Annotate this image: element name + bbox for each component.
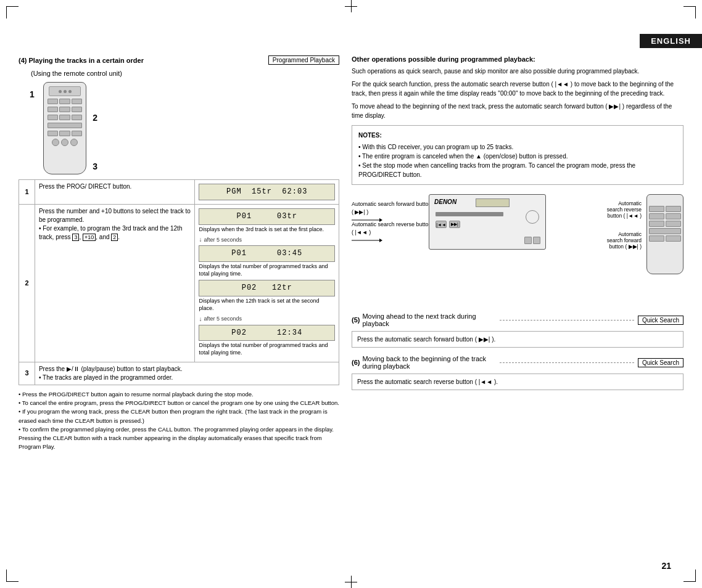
cd-display <box>476 198 510 207</box>
remote-label-1: 1 <box>30 89 35 99</box>
right-label-forward: Automaticsearch forwardbutton ( ▶▶| ) <box>607 231 642 250</box>
qs-5-title: Moving ahead to the next track during pl… <box>362 312 497 327</box>
after-label-2: ↓ after 5 seconds <box>199 315 335 324</box>
remote-right-btn <box>649 221 664 227</box>
cd-ctrl-btn: ▶▶| <box>449 221 460 228</box>
quick-search-section-6: (6) Moving back to the beginning of the … <box>352 355 683 390</box>
step-number-1: 1 <box>19 180 35 205</box>
remote-label-3: 3 <box>93 161 97 171</box>
remote-right-body <box>646 194 683 274</box>
remote-btn <box>72 99 82 104</box>
step-2-display: P01 03tr Displays when the 3rd track is … <box>195 204 339 362</box>
remote-bottom-btns <box>46 137 83 147</box>
remote-illustration-area: 1 2 3 <box>19 82 339 174</box>
lcd-2c: P02 12tr <box>199 280 335 296</box>
corner-mark-bl <box>6 570 19 582</box>
qs-5-badge: Quick Search <box>638 316 683 325</box>
crosshair-top <box>345 0 357 12</box>
right-column: Other operations possible during program… <box>352 55 683 390</box>
step-1-desc: Press the PROG/ DIRECT button. <box>35 180 195 205</box>
remote-button-grid-3 <box>46 113 83 121</box>
remote-right-grid <box>649 197 681 242</box>
remote-btn <box>47 115 58 120</box>
ops-text-2: For the quick search function, press the… <box>352 80 683 98</box>
right-diagram-area: Automaticsearch reversebutton ( |◄◄ ) Au… <box>607 194 683 274</box>
corner-mark-tl <box>6 6 19 18</box>
language-label: ENGLISH <box>651 36 691 46</box>
bottom-note-1: • Press the PROG/DIRECT button again to … <box>19 390 339 399</box>
cd-slot <box>436 212 503 216</box>
remote-circle-btn <box>52 139 59 146</box>
cd-control-buttons: |◄◄ ▶▶| <box>436 221 460 228</box>
corner-mark-tr <box>683 6 696 18</box>
qs-6-num: (6) <box>352 359 360 366</box>
remote-right-btn <box>666 206 681 212</box>
remote-circle-btn <box>61 139 68 146</box>
remote-button-grid-4 <box>46 129 83 137</box>
remote-button-grid-2 <box>46 105 83 113</box>
cd-diagram-area: Automatic search forward button ( ▶▶| ) … <box>352 191 683 305</box>
qs-6-instruction: Press the automatic search reverse butto… <box>352 374 683 390</box>
caption-2c: Displays when the 12th track is set at t… <box>199 298 335 312</box>
table-row: 3 Press the ▶/⏸ (play/pause) button to s… <box>19 362 339 385</box>
remote-right-btn-wide <box>649 228 681 234</box>
lcd-2a: P01 03tr <box>199 208 335 225</box>
page-number: 21 <box>661 561 671 571</box>
main-content: (4) Playing the tracks in a certain orde… <box>19 55 683 557</box>
remote-body <box>43 82 86 174</box>
instruction-table: 1 Press the PROG/ DIRECT button. PGM 15t… <box>19 179 339 385</box>
quick-search-section-5: (5) Moving ahead to the next track durin… <box>352 312 683 348</box>
step-number-3: 3 <box>19 362 35 385</box>
remote-circle-btn <box>70 139 78 146</box>
remote-btn <box>72 107 82 112</box>
caption-2a: Displays when the 3rd track is set at th… <box>199 226 335 234</box>
programmed-playback-badge: Programmed Playback <box>268 55 339 65</box>
cd-bottom-btns <box>524 237 540 244</box>
sub-heading: (Using the remote control unit) <box>31 70 339 77</box>
table-row: 2 Press the number and +10 buttons to se… <box>19 204 339 362</box>
remote-label-2: 2 <box>93 113 97 123</box>
remote-btn <box>72 115 82 120</box>
notes-title: NOTES: <box>358 131 677 140</box>
remote-right-btn <box>649 213 664 219</box>
after-label-1: ↓ after 5 seconds <box>199 235 335 244</box>
language-header: ENGLISH <box>640 34 702 48</box>
right-diagram-labels: Automaticsearch reversebutton ( |◄◄ ) Au… <box>607 200 642 250</box>
notes-box: NOTES: • With this CD receiver, you can … <box>352 125 683 185</box>
corner-mark-br <box>683 570 696 582</box>
cd-small-btn <box>524 237 532 244</box>
svg-marker-3 <box>379 239 382 242</box>
remote-dot-2 <box>64 90 67 93</box>
note-1: • With this CD receiver, you can program… <box>358 142 677 152</box>
cd-ctrl-btn: |◄◄ <box>436 221 447 228</box>
remote-right-btn <box>649 235 664 242</box>
remote-wide-btn-area <box>46 121 83 129</box>
remote-btn <box>59 99 70 104</box>
cd-player-box: DENON |◄◄ ▶▶| <box>429 194 546 250</box>
note-2: • The entire program is canceled when th… <box>358 152 677 161</box>
denon-logo: DENON <box>434 198 456 205</box>
qs-6-title: Moving back to the beginning of the trac… <box>362 355 497 370</box>
caption-2d: Displays the total number of programmed … <box>199 342 335 356</box>
left-column: (4) Playing the tracks in a certain orde… <box>19 55 339 452</box>
remote-btn <box>59 115 70 120</box>
remote-right-btn <box>666 235 681 242</box>
cd-volume-knob <box>526 210 539 224</box>
qs-5-instruction: Press the automatic search forward butto… <box>352 331 683 348</box>
remote-wide-btn <box>47 123 82 128</box>
ops-text-1: Such operations as quick search, pause a… <box>352 67 683 76</box>
remote-btn <box>59 107 70 112</box>
remote-dot-3 <box>68 90 72 93</box>
remote-btn <box>59 131 70 136</box>
lcd-1: PGM 15tr 62:03 <box>199 184 335 200</box>
remote-right-btn <box>666 213 681 219</box>
remote-control-image: 1 2 3 <box>43 82 86 174</box>
qs-6-heading: (6) Moving back to the beginning of the … <box>352 355 683 370</box>
step-number-2: 2 <box>19 204 35 362</box>
right-label-reverse: Automaticsearch reversebutton ( |◄◄ ) <box>607 200 642 219</box>
qs-6-badge: Quick Search <box>638 358 683 367</box>
lcd-2d: P02 12:34 <box>199 325 335 341</box>
cd-small-btn <box>533 237 540 244</box>
qs-5-num: (5) <box>352 316 360 324</box>
bottom-note-3: • If you program the wrong track, press … <box>19 407 339 425</box>
